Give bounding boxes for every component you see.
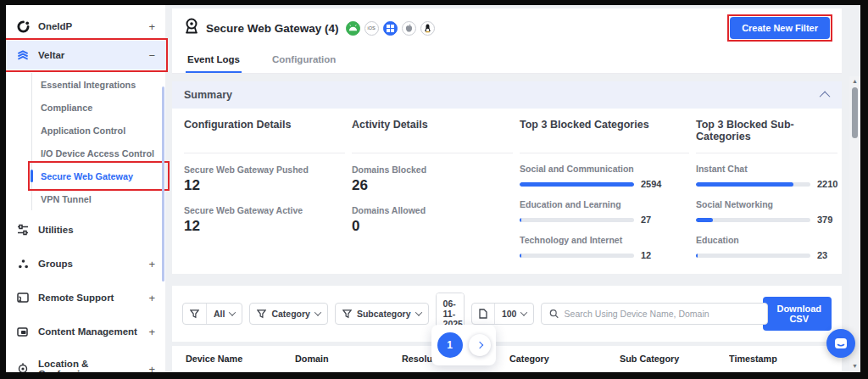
- veltar-logo-icon: [16, 48, 30, 62]
- page-size-dropdown[interactable]: 100: [471, 303, 535, 325]
- content-scrollbar[interactable]: ▲ ▼: [849, 76, 860, 371]
- bar-fill: [696, 182, 793, 187]
- oneidp-logo-icon: [16, 20, 30, 33]
- next-page-button[interactable]: [469, 334, 491, 356]
- sidebar-item-label: Location & Geofencing: [38, 359, 140, 372]
- summary-panel: Summary Configuration Details Activity D…: [172, 81, 842, 274]
- page-header: Secure Web Gateway (4) iOS: [172, 8, 842, 46]
- expand-plus-icon[interactable]: +: [148, 326, 155, 338]
- chevron-right-icon: [476, 342, 482, 348]
- config-details-heading: Configuration Details: [184, 119, 345, 153]
- col-domain: Domain: [295, 350, 402, 367]
- secure-web-gateway-icon: [184, 18, 199, 38]
- sidebar-item-label: Groups: [38, 259, 140, 269]
- chevron-down-icon: [314, 309, 321, 315]
- sidebar-item-oneidp[interactable]: OneIdP +: [6, 12, 165, 41]
- top-subcategories-heading: Top 3 Blocked Sub-Categories: [696, 119, 837, 153]
- tab-bar: Event Logs Configuration: [172, 46, 842, 74]
- create-new-filter-button[interactable]: Create New Filter: [730, 17, 830, 39]
- sidebar-item-application-control[interactable]: Application Control: [32, 119, 165, 142]
- sidebar-item-utilities[interactable]: Utilities: [6, 215, 165, 244]
- scrollbar-thumb[interactable]: [852, 87, 858, 138]
- sidebar-item-label: Remote Support: [38, 293, 140, 303]
- category-filter-dropdown[interactable]: Category: [249, 303, 328, 325]
- target-icon: [16, 362, 30, 372]
- bar-row: Social Networking 379: [696, 199, 837, 225]
- bar-fill: [696, 254, 698, 258]
- event-logs-table: Device Name Domain Resolution Category S…: [172, 346, 842, 372]
- funnel-icon: [190, 309, 199, 319]
- screencast-icon: [16, 291, 30, 304]
- bar-fill: [520, 218, 521, 222]
- chevron-down-icon: [520, 309, 527, 315]
- screenshot-root: OneIdP + Veltar − Essential Integrations…: [0, 0, 868, 379]
- bar-row: Education 23: [696, 235, 837, 260]
- sidebar-item-io-device-access-control[interactable]: I/O Device Access Control: [32, 142, 165, 164]
- stat-domains-allowed: Domains Allowed 0: [352, 205, 513, 235]
- sidebar-item-vpn-tunnel[interactable]: VPN Tunnel: [32, 187, 165, 210]
- sidebar-item-essential-integrations[interactable]: Essential Integrations: [32, 73, 165, 96]
- bar-row: Education and Learning 27: [520, 199, 689, 225]
- download-csv-button[interactable]: Download CSV: [763, 297, 832, 331]
- bar-fill: [520, 182, 634, 187]
- subcategory-filter-dropdown[interactable]: Subcategory: [335, 303, 429, 325]
- config-details-column: Secure Web Gateway Pushed 12 Secure Web …: [184, 153, 345, 260]
- bar-fill: [520, 254, 521, 258]
- sidebar-item-remote-support[interactable]: Remote Support +: [6, 283, 165, 312]
- collapse-chevron-icon[interactable]: [820, 91, 831, 102]
- page-number-button[interactable]: 1: [437, 332, 463, 358]
- platform-icons: iOS: [346, 21, 435, 36]
- tab-event-logs[interactable]: Event Logs: [186, 46, 242, 73]
- pagination-control: 1: [431, 325, 496, 365]
- chevron-down-icon: [229, 309, 236, 315]
- groups-dots-icon: [16, 257, 30, 270]
- chat-bubble-icon: [834, 337, 848, 350]
- table-row[interactable]: Bhushit-Entra Joined config.edge.skype.c…: [172, 371, 842, 372]
- bar-row: Technology and Internet 12: [520, 235, 689, 260]
- funnel-icon: [257, 309, 266, 319]
- page-title: Secure Web Gateway (4): [206, 22, 339, 35]
- expand-plus-icon[interactable]: +: [148, 258, 155, 270]
- sidebar-item-content-management[interactable]: Content Management +: [6, 317, 165, 346]
- windows-icon: [383, 21, 398, 36]
- sidebar-scrollbar[interactable]: [162, 86, 164, 281]
- summary-title: Summary: [184, 89, 232, 101]
- macos-icon: [402, 21, 416, 36]
- chat-widget-button[interactable]: [826, 329, 855, 358]
- bar-track: [696, 182, 810, 187]
- bar-track: [696, 218, 810, 222]
- col-timestamp: Timestamp: [729, 350, 840, 367]
- android-icon: [346, 21, 360, 36]
- search-box[interactable]: [541, 303, 768, 325]
- bar-fill: [696, 218, 713, 222]
- main-content: Secure Web Gateway (4) iOS: [165, 5, 860, 372]
- content-image-icon: [16, 325, 30, 338]
- bar-row: Social and Communication 2594: [520, 164, 689, 189]
- sliders-icon: [16, 223, 30, 237]
- search-input[interactable]: [565, 309, 760, 319]
- bar-row: Instant Chat 2210: [696, 164, 837, 189]
- filter-toolbar: All Category Subcategory 06-11-2025: [172, 286, 842, 342]
- stat-swg-pushed: Secure Web Gateway Pushed 12: [184, 164, 345, 194]
- ios-icon: iOS: [364, 21, 379, 36]
- collapse-minus-icon[interactable]: −: [148, 49, 155, 62]
- bar-track: [696, 254, 810, 258]
- sidebar-item-compliance[interactable]: Compliance: [32, 96, 165, 119]
- expand-plus-icon[interactable]: +: [148, 20, 155, 33]
- sidebar-item-groups[interactable]: Groups +: [6, 249, 165, 278]
- stat-domains-blocked: Domains Blocked 26: [352, 164, 513, 194]
- col-sub-category: Sub Category: [620, 350, 729, 367]
- expand-plus-icon[interactable]: +: [148, 363, 155, 373]
- document-icon: [479, 309, 487, 319]
- scope-filter-dropdown[interactable]: All: [182, 303, 242, 325]
- bar-track: [520, 182, 634, 187]
- expand-plus-icon[interactable]: +: [148, 292, 155, 304]
- sidebar-item-label: Veltar: [38, 50, 140, 60]
- scroll-up-icon[interactable]: ▲: [852, 76, 858, 86]
- sidebar-item-location-geofencing[interactable]: Location & Geofencing +: [6, 351, 165, 372]
- tab-configuration[interactable]: Configuration: [270, 46, 337, 73]
- sidebar-item-secure-web-gateway[interactable]: Secure Web Gateway: [32, 164, 165, 187]
- sidebar-item-veltar[interactable]: Veltar −: [6, 41, 165, 70]
- scroll-down-icon[interactable]: ▼: [852, 361, 858, 371]
- summary-header[interactable]: Summary: [172, 81, 842, 109]
